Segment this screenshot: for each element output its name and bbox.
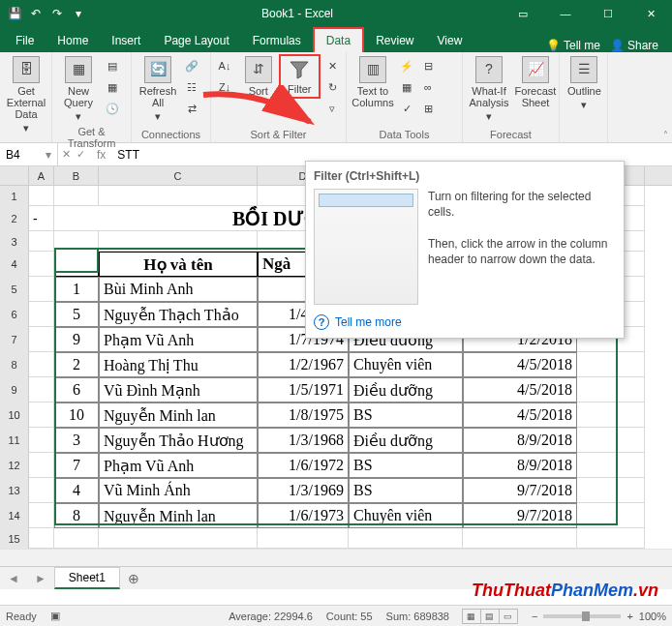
row-head[interactable]: 4 [0,252,29,277]
cell-stt[interactable]: 6 [54,377,99,402]
row-head[interactable]: 11 [0,428,29,453]
forecast-sheet-button[interactable]: 📈Forecast Sheet [513,54,558,110]
sheet-nav-prev-icon[interactable]: ◄ [0,572,27,585]
edit-links-icon[interactable]: ⇄ [182,99,201,118]
cell-hoten[interactable]: Vũ Minh Ánh [99,478,258,503]
row-head[interactable]: 12 [0,453,29,478]
from-table-icon[interactable]: ▦ [103,77,122,97]
undo-icon[interactable]: ↶ [29,7,43,20]
cell-chucvu[interactable]: Chuyên viên [349,503,463,528]
row-head[interactable]: 13 [0,478,29,503]
text-to-columns-button[interactable]: ▥Text to Columns [351,54,395,110]
qat-customize-icon[interactable]: ▾ [72,7,85,20]
share-button[interactable]: 👤 Share [610,39,658,52]
cell-ngay[interactable]: 1/2/1967 [258,352,349,377]
cell-hoten[interactable]: Vũ Đình Mạnh [99,377,258,402]
cell[interactable] [29,327,54,352]
cell[interactable] [99,528,258,549]
minimize-button[interactable]: — [544,0,587,27]
cell[interactable] [577,478,645,503]
redo-icon[interactable]: ↷ [50,7,64,20]
cell-stt[interactable]: 2 [54,352,99,377]
cell-chucvu[interactable]: Điều dưỡng [349,377,463,402]
cell-stt[interactable]: 7 [54,453,99,478]
zoom-slider[interactable] [543,614,621,618]
cell[interactable] [29,377,54,402]
sort-az-icon[interactable]: A↓ [215,56,234,75]
header-hoten[interactable]: Họ và tên [99,252,258,277]
row-head[interactable]: 15 [0,528,29,549]
cell-ngay[interactable]: 1/3/1968 [258,428,349,453]
cell-chucvu[interactable]: BS [349,402,463,428]
cell[interactable] [258,528,349,549]
row-head[interactable]: 14 [0,503,29,528]
row-head[interactable]: 9 [0,377,29,402]
cell[interactable] [29,402,54,428]
clear-filter-icon[interactable]: ✕ [322,56,342,75]
cell-chucvu[interactable]: Điều dưỡng [349,428,463,453]
row-head[interactable]: 7 [0,327,29,352]
cell[interactable]: - [29,206,54,231]
cell-ngay[interactable]: 1/8/1975 [258,402,349,428]
cell-chucvu[interactable]: BS [349,478,463,503]
relationships-icon[interactable]: ∞ [418,77,438,97]
cell-chucvu[interactable]: BS [349,453,463,478]
cell-hoten[interactable]: Hoàng Thị Thu [99,352,258,377]
select-all-corner[interactable] [0,166,29,185]
maximize-button[interactable]: ☐ [587,0,629,27]
tab-home[interactable]: Home [46,29,100,52]
normal-view-icon[interactable]: ▦ [462,609,481,624]
tab-insert[interactable]: Insert [100,29,152,52]
row-head[interactable]: 10 [0,402,29,428]
cell[interactable] [54,231,99,252]
tell-me[interactable]: 💡 Tell me [546,39,600,52]
zoom-in-icon[interactable]: + [626,611,632,622]
advanced-filter-icon[interactable]: ▿ [322,99,342,118]
cell[interactable] [577,428,645,453]
zoom-level[interactable]: 100% [639,611,666,622]
row-head[interactable]: 8 [0,352,29,377]
cell-date2[interactable]: 4/5/2018 [463,377,577,402]
sheet-nav-next-icon[interactable]: ► [27,572,54,585]
row-head[interactable]: 5 [0,277,29,302]
recent-sources-icon[interactable]: 🕓 [103,99,122,118]
cell[interactable] [29,352,54,377]
col-head-b[interactable]: B [54,166,99,185]
cell[interactable] [577,453,645,478]
header-stt[interactable]: STT [54,252,99,277]
cell[interactable] [54,528,99,549]
remove-duplicates-icon[interactable]: ▦ [397,77,416,97]
cell[interactable] [29,453,54,478]
sort-button[interactable]: ⇵Sort [240,54,277,99]
data-validation-icon[interactable]: ✓ [397,99,416,118]
cell-hoten[interactable]: Bùi Minh Anh [99,277,258,302]
tell-me-more-link[interactable]: ?Tell me more [314,314,616,330]
reapply-icon[interactable]: ↻ [322,77,342,97]
cell-stt[interactable]: 4 [54,478,99,503]
cell[interactable] [577,352,645,377]
cell-hoten[interactable]: Nguyễn Minh lan [99,503,258,528]
col-head-c[interactable]: C [99,166,258,185]
refresh-all-button[interactable]: 🔄Refresh All▾ [136,54,180,124]
connections-icon[interactable]: 🔗 [182,56,201,75]
record-macro-icon[interactable]: ▣ [50,610,60,622]
cell[interactable] [577,503,645,528]
cell[interactable] [29,277,54,302]
close-button[interactable]: ✕ [629,0,672,27]
cell[interactable] [349,528,463,549]
cell[interactable] [29,302,54,327]
view-buttons[interactable]: ▦▤▭ [463,609,518,624]
cell-chucvu[interactable]: Chuyên viên [349,352,463,377]
cell[interactable] [29,503,54,528]
tab-formulas[interactable]: Formulas [241,29,313,52]
cell-date2[interactable]: 8/9/2018 [463,428,577,453]
zoom-out-icon[interactable]: − [532,611,537,622]
row-head[interactable]: 6 [0,302,29,327]
ribbon-options-icon[interactable]: ▭ [502,0,544,27]
properties-icon[interactable]: ☷ [182,77,201,97]
cell-hoten[interactable]: Phạm Vũ Anh [99,327,258,352]
cell-date2[interactable]: 9/7/2018 [463,478,577,503]
cell[interactable] [29,252,54,277]
row-head[interactable]: 3 [0,231,29,252]
sort-za-icon[interactable]: Z↓ [215,77,234,97]
